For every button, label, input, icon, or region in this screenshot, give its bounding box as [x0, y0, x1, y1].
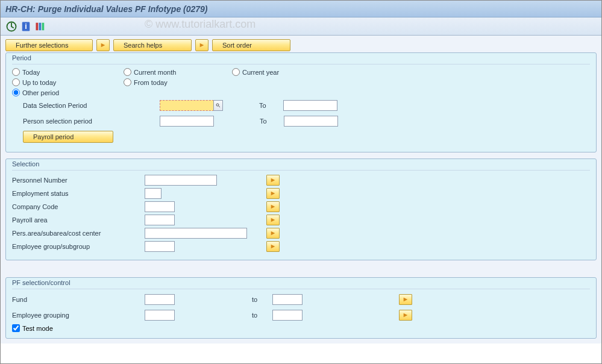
svg-text:i: i: [25, 22, 27, 30]
search-helps-button[interactable]: Search helps: [113, 39, 192, 51]
svg-rect-5: [42, 22, 45, 30]
watermark: © www.tutorialkart.com: [145, 18, 256, 31]
app-toolbar: i © www.tutorialkart.com: [1, 17, 601, 36]
payroll-period-button[interactable]: Payroll period: [23, 131, 113, 143]
radio-current-year-input[interactable]: [232, 68, 240, 76]
radio-current-month-input[interactable]: [124, 68, 131, 76]
selection-groupbox: Selection Personnel Number Employment st…: [5, 158, 597, 260]
data-selection-period-f4-button[interactable]: [213, 100, 223, 111]
radio-current-year-label: Current year: [242, 69, 279, 76]
pers-area-multiselect-button[interactable]: [266, 228, 280, 239]
company-code-label: Company Code: [12, 203, 145, 210]
svg-rect-4: [39, 22, 42, 30]
employee-grouping-label: Employee grouping: [12, 312, 145, 319]
employee-group-input[interactable]: [145, 241, 175, 252]
pers-area-input[interactable]: [145, 228, 247, 239]
radio-other-period-input[interactable]: [12, 89, 20, 96]
svg-rect-3: [36, 22, 39, 30]
info-icon[interactable]: i: [20, 20, 32, 33]
pf-group-title: PF selection/control: [11, 279, 72, 286]
test-mode-checkbox[interactable]: [12, 324, 20, 332]
pf-groupbox: PF selection/control Fund to Employee gr…: [5, 277, 597, 339]
person-selection-period-label: Person selection period: [12, 118, 145, 125]
radio-from-today-input[interactable]: [124, 78, 131, 86]
employment-status-input[interactable]: [145, 188, 161, 199]
employment-status-label: Employment status: [12, 190, 145, 197]
radio-today-input[interactable]: [12, 68, 20, 76]
radio-current-year[interactable]: Current year: [232, 68, 316, 76]
title-bar: HR-CH: Purge Individual Values PF Infoty…: [1, 1, 601, 17]
pers-area-label: Pers.area/subarea/cost center: [12, 230, 145, 237]
fund-to-input[interactable]: [272, 294, 303, 305]
radio-current-month-label: Current month: [134, 69, 176, 76]
fund-multiselect-button[interactable]: [399, 294, 412, 305]
radio-up-to-today[interactable]: Up to today: [12, 78, 124, 86]
main-area: Period Today Current month Current year: [1, 52, 601, 344]
radio-up-to-today-label: Up to today: [22, 79, 56, 86]
data-selection-period-to-label: To: [223, 102, 283, 109]
personnel-number-label: Personnel Number: [12, 177, 145, 184]
svg-point-6: [216, 104, 219, 106]
period-group-title: Period: [11, 54, 33, 61]
employment-status-multiselect-button[interactable]: [266, 188, 280, 199]
person-selection-period-to-label: To: [224, 118, 284, 125]
employee-group-multiselect-button[interactable]: [266, 241, 280, 252]
radio-today[interactable]: Today: [12, 68, 124, 76]
radio-from-today-label: From today: [134, 79, 168, 86]
execute-icon[interactable]: [5, 20, 17, 33]
radio-current-month[interactable]: Current month: [124, 68, 232, 76]
selection-group-title: Selection: [11, 160, 40, 168]
fund-from-input[interactable]: [145, 294, 175, 305]
test-mode-label: Test mode: [22, 325, 53, 332]
personnel-number-input[interactable]: [145, 175, 217, 186]
employee-grouping-multiselect-button[interactable]: [399, 310, 412, 321]
svg-line-7: [219, 106, 221, 108]
radio-other-period[interactable]: Other period: [12, 89, 124, 96]
person-selection-period-to-input[interactable]: [284, 116, 338, 127]
data-selection-period-to-input[interactable]: [283, 100, 337, 111]
person-selection-period-from-input[interactable]: [160, 116, 214, 127]
period-groupbox: Period Today Current month Current year: [5, 52, 597, 152]
search-helps-icon-button[interactable]: [96, 39, 110, 51]
sort-order-button[interactable]: Sort order: [212, 39, 290, 51]
personnel-number-multiselect-button[interactable]: [266, 175, 280, 186]
company-code-multiselect-button[interactable]: [266, 201, 280, 212]
sort-order-icon-button[interactable]: [195, 39, 209, 51]
page-title: HR-CH: Purge Individual Values PF Infoty…: [5, 4, 208, 14]
payroll-area-label: Payroll area: [12, 216, 145, 224]
test-mode-row[interactable]: Test mode: [12, 324, 590, 332]
fund-to-label: to: [241, 296, 272, 303]
records-icon[interactable]: [34, 20, 46, 33]
radio-today-label: Today: [22, 69, 40, 76]
payroll-area-input[interactable]: [145, 215, 175, 225]
data-selection-period-label: Data Selection Period: [12, 102, 145, 109]
payroll-area-multiselect-button[interactable]: [266, 215, 280, 225]
company-code-input[interactable]: [145, 201, 175, 212]
radio-from-today[interactable]: From today: [124, 78, 232, 86]
selection-button-bar: Further selections Search helps Sort ord…: [1, 36, 601, 52]
employee-grouping-to-label: to: [241, 312, 272, 319]
data-selection-period-from-input[interactable]: [160, 100, 214, 111]
further-selections-button[interactable]: Further selections: [5, 39, 93, 51]
employee-group-label: Employee group/subgroup: [12, 243, 145, 250]
fund-label: Fund: [12, 296, 145, 303]
radio-other-period-label: Other period: [22, 89, 59, 96]
radio-up-to-today-input[interactable]: [12, 78, 20, 86]
employee-grouping-from-input[interactable]: [145, 310, 175, 321]
employee-grouping-to-input[interactable]: [272, 310, 303, 321]
